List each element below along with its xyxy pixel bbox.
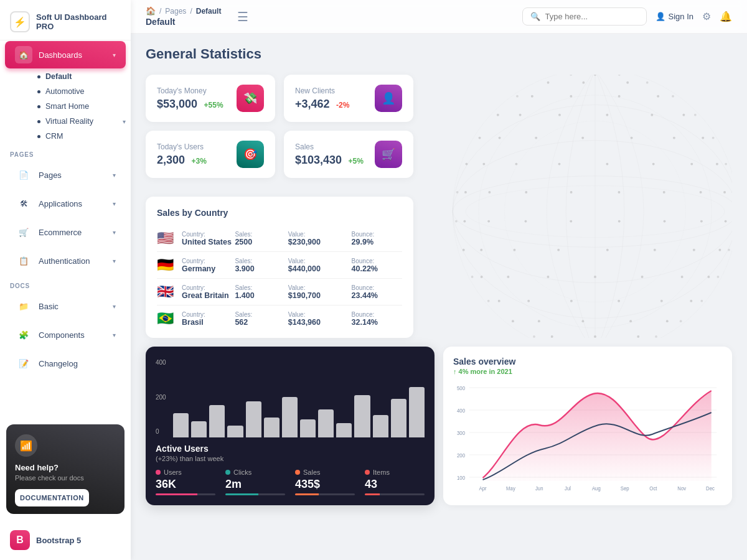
- svg-point-66: [652, 163, 655, 166]
- sidebar-item-basic[interactable]: 📁 Basic ▾: [5, 292, 126, 320]
- stat-card-3: Sales $103,430 +5% 🛒: [284, 131, 413, 178]
- chevron-authentication: ▾: [113, 258, 116, 264]
- topbar: 🏠 / Pages / Default Default ☰ 🔍 👤 Sign I…: [131, 0, 747, 34]
- stat-card-info-1: New Clients +3,462 -2%: [295, 86, 349, 111]
- sidebar-item-dashboards[interactable]: 🏠 Dashboards ▾: [5, 41, 126, 68]
- sidebar-label-components: Components: [39, 330, 106, 340]
- signin-button[interactable]: 👤 Sign In: [655, 12, 693, 21]
- svg-point-82: [570, 191, 573, 194]
- svg-point-48: [581, 137, 584, 139]
- svg-point-150: [660, 300, 663, 302]
- svg-point-85: [700, 191, 702, 194]
- chevron-vr: ▾: [123, 118, 126, 125]
- svg-point-3: [618, 75, 621, 76]
- svg-point-149: [618, 300, 620, 302]
- svg-point-167: [533, 335, 535, 338]
- sidebar-label-basic: Basic: [39, 302, 106, 311]
- breadcrumb-current: Default: [196, 7, 222, 16]
- sub-item-default[interactable]: Default: [32, 69, 131, 84]
- svg-point-104: [725, 220, 727, 223]
- sidebar-item-changelog[interactable]: 📝 Changelog: [5, 350, 126, 377]
- sidebar: ⚡ Soft UI Dashboard PRO 🏠 Dashboards ▾ D…: [0, 0, 131, 560]
- bar-0: [173, 413, 189, 437]
- svg-point-62: [482, 163, 485, 166]
- svg-point-158: [512, 320, 514, 322]
- svg-text:Sep: Sep: [621, 485, 629, 492]
- svg-point-33: [558, 114, 561, 116]
- svg-point-176: [453, 141, 732, 283]
- bootstrap-label: Bootstrap 5: [36, 536, 81, 545]
- bar-wrap-10: [354, 357, 370, 437]
- stat-value-row-0: $53,000 +55%: [157, 98, 223, 111]
- svg-point-21: [570, 95, 572, 98]
- sidebar-item-ecommerce[interactable]: 🛒 Ecommerce ▾: [5, 218, 126, 246]
- stat-change-1: -2%: [336, 101, 349, 110]
- flag-0: 🇺🇸: [157, 230, 176, 246]
- svg-point-103: [700, 220, 703, 223]
- country-rows: 🇺🇸 Country: United States Sales: 2500 Va…: [157, 225, 402, 332]
- au-stat-2: Sales 435$: [295, 469, 355, 495]
- sub-item-crm[interactable]: CRM: [32, 129, 131, 144]
- country-name-0: United States: [182, 238, 232, 246]
- stat-change-0: +55%: [204, 101, 223, 110]
- bar-5: [264, 418, 280, 438]
- stat-value-row-3: $103,430 +5%: [295, 154, 364, 167]
- country-row-3: 🇧🇷 Country: Brasil Sales: 562 Value: $14…: [157, 306, 402, 332]
- section-label-docs: DOCS: [0, 275, 131, 292]
- country-sales-0: 2500: [235, 238, 285, 246]
- breadcrumb-pages[interactable]: Pages: [165, 7, 186, 16]
- sidebar-item-pages[interactable]: 📄 Pages ▾: [5, 161, 126, 189]
- svg-point-19: [516, 95, 519, 98]
- sub-label-smarthome: Smart Home: [45, 102, 89, 111]
- stat-card-1: New Clients +3,462 -2% 👤: [284, 75, 413, 122]
- svg-point-101: [618, 220, 621, 223]
- sub-item-smarthome[interactable]: Smart Home: [32, 99, 131, 114]
- svg-text:Jun: Jun: [535, 485, 543, 492]
- svg-point-32: [519, 114, 522, 116]
- dot-smarthome: [37, 105, 40, 108]
- basic-icon: 📁: [15, 297, 32, 315]
- sub-item-vr[interactable]: Virtual Reality ▾: [32, 114, 131, 129]
- svg-text:200: 200: [457, 452, 465, 459]
- svg-point-136: [681, 276, 684, 278]
- sales-overview-chart: 500 400 300 200 100 Apr May: [453, 381, 722, 493]
- country-data-1: Country: Germany Sales: 3.900 Value: $44…: [182, 258, 402, 273]
- bar-wrap-4: [246, 357, 261, 437]
- svg-point-145: [487, 300, 490, 302]
- bell-icon[interactable]: 🔔: [720, 11, 732, 22]
- country-name-2: Great Britain: [182, 291, 232, 300]
- svg-point-97: [464, 220, 466, 223]
- country-group-0: Country: United States: [182, 231, 232, 246]
- country-bounce-3: 32.14%: [352, 318, 402, 327]
- bar-y-400: 400: [156, 359, 166, 366]
- active-users-title: Active Users: [156, 444, 425, 454]
- search-input[interactable]: [545, 12, 639, 21]
- au-progress-0: [156, 493, 215, 495]
- au-indicator-2: [295, 470, 300, 475]
- svg-point-34: [606, 114, 609, 116]
- svg-point-67: [690, 163, 693, 166]
- sidebar-item-authentication[interactable]: 📋 Authentication ▾: [5, 247, 126, 274]
- flag-2: 🇬🇧: [157, 284, 176, 300]
- au-val-2: 435$: [295, 478, 355, 491]
- stat-card-info-2: Today's Users 2,300 +3%: [157, 142, 207, 167]
- sub-item-automotive[interactable]: Automotive: [32, 84, 131, 99]
- breadcrumb-sep2: /: [190, 7, 192, 16]
- settings-icon[interactable]: ⚙: [702, 11, 711, 22]
- svg-point-170: [637, 335, 639, 338]
- chevron-pages: ▾: [113, 172, 116, 179]
- svg-point-65: [606, 163, 609, 166]
- sidebar-item-components[interactable]: 🧩 Components ▾: [5, 321, 126, 348]
- sidebar-item-applications[interactable]: 🛠 Applications ▾: [5, 190, 126, 217]
- sales-overview-card: Sales overview ↑ 4% more in 2021: [443, 347, 732, 505]
- country-value-2: $190,700: [288, 291, 349, 300]
- svg-point-100: [570, 220, 572, 223]
- bar-12: [391, 399, 406, 437]
- bar-7: [300, 419, 316, 437]
- search-box: 🔍: [522, 7, 647, 26]
- bar-4: [246, 401, 261, 438]
- hamburger-icon[interactable]: ☰: [237, 9, 248, 24]
- bar-wrap-9: [336, 357, 352, 437]
- stat-change-3: +5%: [349, 157, 364, 166]
- documentation-button[interactable]: DOCUMENTATION: [15, 489, 89, 506]
